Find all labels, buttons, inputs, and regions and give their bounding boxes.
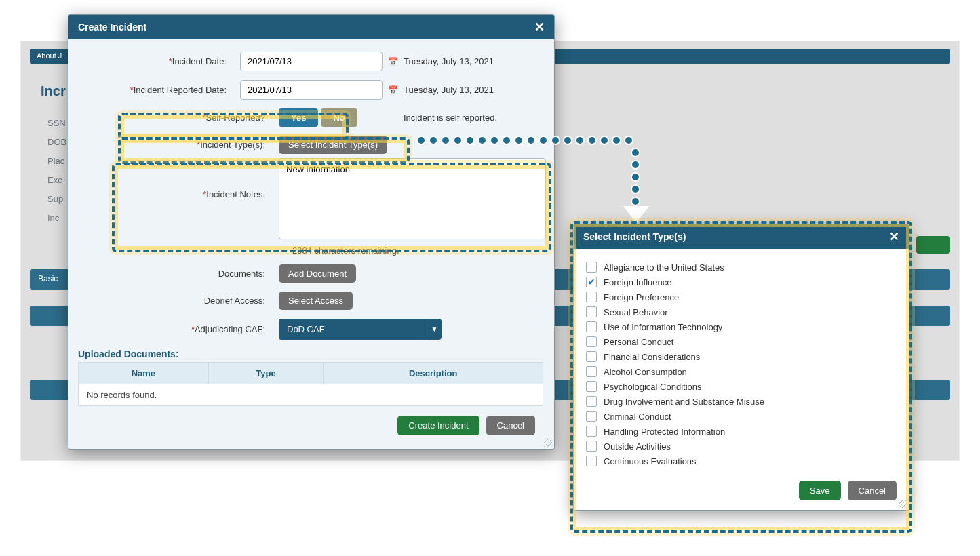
incident-type-option[interactable]: Outside Activities [586,439,897,454]
incident-type-option[interactable]: Foreign Preference [586,290,897,304]
chevron-down-icon[interactable]: ▼ [427,319,442,340]
row-caf: *Adjudicating CAF: DoD CAF ▼ [75,319,546,340]
self-reported-yes-button[interactable]: Yes [279,108,318,127]
incident-type-label: Continuous Evaluations [604,456,697,466]
close-icon[interactable]: ✕ [889,232,899,241]
checkbox[interactable] [586,306,597,317]
caf-select[interactable]: DoD CAF ▼ [279,319,442,340]
checkbox[interactable] [586,351,597,362]
select-access-button[interactable]: Select Access [279,292,353,310]
incident-type-option[interactable]: Personal Conduct [586,334,897,349]
incident-type-label: Financial Considerations [604,352,700,362]
background-green-button [916,236,950,254]
incident-type-label: Sexual Behavior [604,307,668,317]
col-description: Description [324,363,543,384]
checkbox[interactable] [586,396,597,407]
checkbox[interactable] [586,277,597,287]
label-incident-notes: *Incident Notes: [75,158,279,239]
checkbox[interactable] [586,336,597,347]
incident-type-label: Personal Conduct [604,337,673,347]
incident-type-option[interactable]: Drug Involvement and Substance Misuse [586,394,897,409]
incident-type-option[interactable]: Criminal Conduct [586,409,897,424]
row-documents: Documents: Add Document [75,264,546,283]
char-remaining: 2984 characters remaining. [292,245,546,256]
modal-title: Create Incident [78,22,146,33]
cancel-button[interactable]: Cancel [848,481,897,500]
incident-type-option[interactable]: Psychological Conditions [586,379,897,394]
checkbox[interactable] [586,441,597,452]
close-icon[interactable]: ✕ [534,22,545,32]
col-name: Name [79,363,209,384]
incident-type-label: Allegiance to the United States [604,262,724,273]
calendar-icon[interactable]: 📅 [388,85,398,95]
checkbox[interactable] [586,426,597,437]
select-incident-types-button[interactable]: Select Incident Type(s) [279,136,387,154]
incident-type-label: Use of Information Technology [604,322,722,332]
connector-vertical [631,148,640,206]
incident-type-label: Criminal Conduct [604,412,671,422]
add-document-button[interactable]: Add Document [279,264,356,283]
label-incident-types: *Incident Type(s): [75,140,279,150]
no-records: No records found. [79,384,543,406]
incident-type-option[interactable]: Financial Considerations [586,349,897,364]
reported-date-input[interactable] [240,80,383,100]
connector-horizontal [416,136,633,145]
checkbox[interactable] [586,262,597,273]
col-type: Type [208,363,324,384]
self-reported-toggle: Yes No [279,108,360,127]
self-reported-no-button[interactable]: No [321,108,357,127]
label-documents: Documents: [75,269,279,279]
checkbox[interactable] [586,411,597,422]
cancel-button[interactable]: Cancel [486,416,535,435]
row-reported-date: *Incident Reported Date: 📅 Tuesday, July… [75,80,546,100]
create-incident-button[interactable]: Create Incident [397,416,479,435]
label-incident-date: *Incident Date: [75,56,240,66]
incident-type-label: Alcohol Consumption [604,367,687,377]
incident-type-label: Drug Involvement and Substance Misuse [604,397,764,407]
label-reported-date: *Incident Reported Date: [75,85,240,95]
uploaded-documents-table: Name Type Description No records found. [78,362,543,406]
background-page-title: Incr [41,83,66,99]
types-modal-title: Select Incident Type(s) [583,231,686,242]
resize-grip-icon[interactable] [899,500,907,508]
incident-type-label: Foreign Influence [604,277,671,287]
checkbox[interactable] [586,321,597,332]
incident-type-option[interactable]: Sexual Behavior [586,304,897,319]
incident-type-label: Handling Protected Information [604,426,725,437]
incident-type-option[interactable]: Foreign Influence [586,275,897,290]
calendar-icon[interactable]: 📅 [388,57,398,66]
incident-type-label: Outside Activities [604,441,671,452]
incident-notes-textarea[interactable] [279,158,546,239]
row-self-reported: *Self-Reported? Yes No Incident is self … [75,108,546,127]
types-modal-header: Select Incident Type(s) ✕ [574,224,909,249]
incident-type-label: Foreign Preference [604,292,679,302]
row-incident-date: *Incident Date: 📅 Tuesday, July 13, 2021 [75,52,546,71]
incident-type-option[interactable]: Handling Protected Information [586,424,897,439]
checkbox[interactable] [586,366,597,377]
row-debrief: Debrief Access: Select Access [75,292,546,310]
arrow-down-icon [625,209,647,224]
checkbox[interactable] [586,381,597,392]
save-button[interactable]: Save [799,481,841,500]
background-side-labels: SSN DOB Plac Exc Sup Inc [47,114,66,228]
incident-date-input[interactable] [240,52,383,71]
label-caf: *Adjudicating CAF: [75,324,279,334]
row-incident-notes: *Incident Notes: [75,158,546,239]
checkbox[interactable] [586,292,597,302]
checkbox[interactable] [586,456,597,466]
background-menu-item: About J [30,49,68,62]
select-incident-types-modal: Select Incident Type(s) ✕ Allegiance to … [573,224,909,511]
incident-date-readout: Tuesday, July 13, 2021 [404,56,546,66]
incident-type-option[interactable]: Use of Information Technology [586,319,897,334]
resize-grip-icon[interactable] [544,439,552,447]
incident-type-option[interactable]: Allegiance to the United States [586,260,897,275]
incident-type-label: Psychological Conditions [604,382,702,392]
caf-selected-value: DoD CAF [279,319,427,340]
reported-date-readout: Tuesday, July 13, 2021 [404,85,546,95]
types-modal-footer: Save Cancel [574,474,909,510]
incident-type-option[interactable]: Continuous Evaluations [586,454,897,469]
label-debrief: Debrief Access: [75,296,279,306]
label-self-reported: *Self-Reported? [75,113,279,123]
self-reported-readout: Incident is self reported. [404,113,546,123]
incident-type-option[interactable]: Alcohol Consumption [586,364,897,379]
